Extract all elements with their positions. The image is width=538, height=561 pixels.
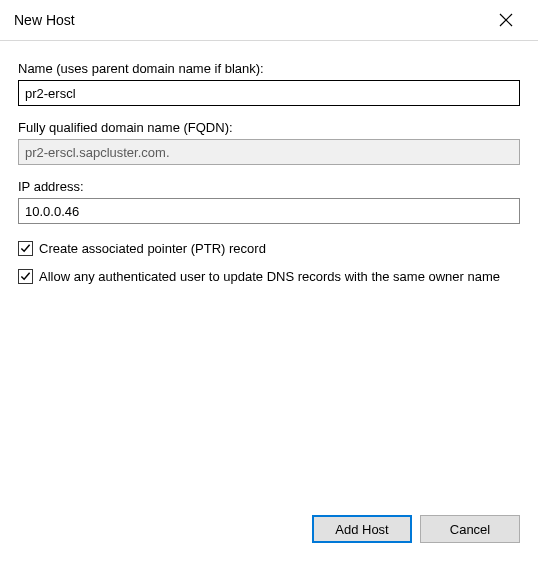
- titlebar: New Host: [0, 0, 538, 40]
- ptr-checkbox-row: Create associated pointer (PTR) record: [18, 240, 520, 258]
- button-row: Add Host Cancel: [0, 503, 538, 561]
- fqdn-input: [18, 139, 520, 165]
- ip-input[interactable]: [18, 198, 520, 224]
- fqdn-label: Fully qualified domain name (FQDN):: [18, 120, 520, 135]
- name-label: Name (uses parent domain name if blank):: [18, 61, 520, 76]
- check-icon: [20, 271, 31, 282]
- allow-update-checkbox[interactable]: [18, 269, 33, 284]
- add-host-button[interactable]: Add Host: [312, 515, 412, 543]
- cancel-button[interactable]: Cancel: [420, 515, 520, 543]
- ptr-checkbox-label[interactable]: Create associated pointer (PTR) record: [39, 240, 266, 258]
- dialog-content: Name (uses parent domain name if blank):…: [0, 41, 538, 503]
- ip-label: IP address:: [18, 179, 520, 194]
- check-icon: [20, 243, 31, 254]
- ptr-checkbox[interactable]: [18, 241, 33, 256]
- name-input[interactable]: [18, 80, 520, 106]
- dialog-title: New Host: [14, 12, 75, 28]
- new-host-dialog: New Host Name (uses parent domain name i…: [0, 0, 538, 561]
- close-button[interactable]: [486, 5, 526, 35]
- allow-update-checkbox-row: Allow any authenticated user to update D…: [18, 268, 520, 286]
- close-icon: [499, 13, 513, 27]
- allow-update-checkbox-label[interactable]: Allow any authenticated user to update D…: [39, 268, 500, 286]
